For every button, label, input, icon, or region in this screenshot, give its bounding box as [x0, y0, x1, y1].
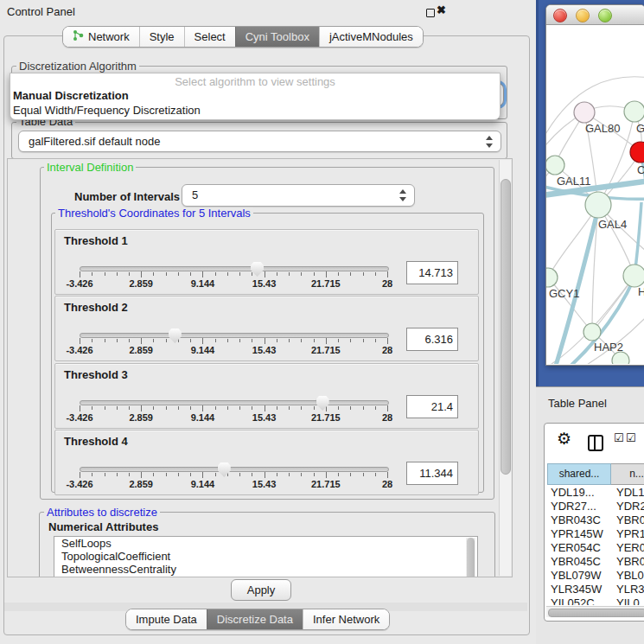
network-node-gcy1[interactable] [546, 268, 558, 287]
mac-close-button[interactable] [553, 9, 567, 22]
table-column-header[interactable]: n... [611, 463, 644, 485]
threshold-slider-thumb[interactable] [169, 328, 182, 343]
threshold-slider-track[interactable] [80, 467, 389, 472]
tab-style[interactable]: Style [139, 27, 184, 47]
network-window-titlebar[interactable] [546, 5, 644, 25]
slider-tick-label: 15.43 [252, 479, 277, 489]
slider-tick [301, 272, 302, 276]
tab-infer-network[interactable]: Infer Network [303, 609, 389, 629]
tab-label: Network [88, 30, 130, 43]
dropdown-item-manual-discretization[interactable]: Manual Discretization [13, 88, 497, 103]
threshold-panel-2: Threshold 2-3.4262.8599.14415.4321.71528… [54, 296, 479, 361]
network-nodes: GAL80G.CGAL11GAL4GCY1HHAP2 [546, 101, 644, 364]
network-node-gal4[interactable] [585, 192, 611, 218]
slider-tick-label: 9.144 [191, 278, 215, 289]
network-node-label: C [637, 163, 644, 176]
threshold-value-field[interactable]: 21.4 [406, 395, 458, 418]
network-node-gal11[interactable] [546, 156, 564, 175]
mac-zoom-button[interactable] [598, 9, 612, 22]
gear-icon[interactable]: ⚙ [557, 429, 571, 449]
tab-select[interactable]: Select [184, 27, 235, 47]
slider-tick [202, 405, 203, 411]
threshold-slider-thumb[interactable] [218, 462, 231, 477]
table-row[interactable]: YBR045CYBR0 [547, 555, 644, 569]
table-row[interactable]: YLR345WYLR3 [547, 583, 644, 596]
slider-tick [117, 473, 118, 476]
network-node-hap2[interactable] [583, 323, 601, 341]
tab-cyni-toolbox[interactable]: Cyni Toolbox [235, 27, 319, 47]
apply-button[interactable]: Apply [231, 579, 291, 601]
checkbox-icon[interactable]: ☑ [614, 431, 624, 444]
algorithm-group-title: Discretization Algorithm [16, 61, 139, 73]
threshold-slider-track[interactable] [80, 333, 389, 338]
settings-vertical-scrollbar-thumb[interactable] [501, 179, 511, 475]
slider-tick [265, 472, 265, 478]
table-horizontal-scrollbar[interactable] [546, 606, 644, 617]
table-cell: YLR345W [547, 583, 611, 596]
table-row[interactable]: YDL19...YDL1 [547, 486, 644, 500]
table-column-header[interactable]: shared... [547, 463, 611, 485]
threshold-slider-thumb[interactable] [316, 396, 329, 411]
settings-vertical-scrollbar[interactable] [499, 160, 511, 576]
table-data-combobox[interactable]: galFiltered.sif default node [18, 131, 501, 152]
network-node-h[interactable] [623, 265, 644, 287]
slider-tick-label: 28 [382, 278, 392, 289]
attribute-list-item[interactable]: SelfLoops [54, 537, 477, 550]
threshold-slider-track[interactable] [80, 400, 389, 405]
network-node-g[interactable] [624, 101, 644, 122]
cyni-bottom-tabs: Impute DataDiscretize DataInfer Network [125, 609, 390, 630]
attributes-list-scrollbar[interactable] [466, 538, 475, 577]
close-icon[interactable]: ✖ [437, 3, 446, 16]
checkbox-icon[interactable]: ☑ [626, 431, 636, 444]
algorithm-dropdown-popup: Select algorithm to view settings Manual… [10, 73, 501, 120]
numerical-attributes-list[interactable]: SelfLoopsTopologicalCoefficientBetweenne… [54, 536, 478, 577]
slider-tick [80, 271, 80, 277]
slider-tick [129, 406, 130, 410]
network-node-gal80[interactable] [574, 102, 595, 123]
dropdown-item-equal-width-frequency[interactable]: Equal Width/Frequency Discretization [13, 103, 497, 118]
mac-minimize-button[interactable] [576, 9, 590, 22]
table-horizontal-scrollbar-thumb[interactable] [548, 609, 644, 617]
table-row[interactable]: YBL079WYBL0 [547, 569, 644, 583]
columns-icon[interactable] [588, 435, 603, 451]
table-cell: YBR0 [611, 555, 644, 569]
table-row[interactable]: YER054CYER0 [547, 541, 644, 555]
spinner-arrows-icon [486, 135, 493, 149]
threshold-value-field[interactable]: 6.316 [406, 328, 458, 351]
attributes-list-scrollbar-thumb[interactable] [467, 538, 475, 577]
table-row[interactable]: YPR145WYPR1 [547, 527, 644, 541]
slider-tick [326, 271, 327, 277]
network-node-label: G. [636, 122, 644, 135]
table-cell: YBR045C [547, 555, 611, 569]
network-node[interactable] [612, 352, 629, 364]
slider-tick [289, 473, 290, 476]
tab-impute-data[interactable]: Impute Data [126, 609, 207, 629]
table-row[interactable]: YDR27...YDR2 [547, 500, 644, 513]
attribute-list-item[interactable]: BetweennessCentrality [54, 563, 477, 576]
attribute-list-item[interactable]: TopologicalCoefficient [54, 550, 477, 563]
network-canvas[interactable]: GAL80G.CGAL11GAL4GCY1HHAP2 [546, 24, 644, 364]
number-of-intervals-spinner[interactable]: 5 [182, 184, 415, 207]
table-rows: YDL19...YDL1YDR27...YDR2YBR043CYBR0YPR14… [547, 486, 644, 605]
network-icon [73, 29, 84, 44]
threshold-value-field[interactable]: 11.344 [406, 462, 458, 485]
slider-tick [215, 406, 216, 410]
slider-tick [202, 472, 203, 478]
slider-tick [80, 338, 80, 344]
slider-tick [338, 272, 339, 276]
tab-network[interactable]: Network [63, 27, 139, 47]
threshold-slider-track[interactable] [80, 266, 389, 271]
slider-tick [153, 339, 154, 342]
slider-tick [105, 406, 105, 410]
panel-title: Control Panel [7, 5, 75, 18]
tab-discretize-data[interactable]: Discretize Data [207, 609, 303, 629]
tab-label: Discretize Data [217, 613, 293, 626]
tab-jactivemnodules[interactable]: jActiveMNodules [319, 27, 423, 47]
table-row[interactable]: YBR043CYBR0 [547, 513, 644, 527]
table-cell: YDL1 [611, 486, 644, 500]
table-cell: YPR1 [611, 527, 644, 541]
float-panel-icon[interactable] [426, 9, 435, 17]
slider-tick [178, 272, 179, 276]
threshold-value-field[interactable]: 14.713 [406, 261, 458, 284]
table-row[interactable]: YIL052CYIL0 [547, 596, 644, 605]
